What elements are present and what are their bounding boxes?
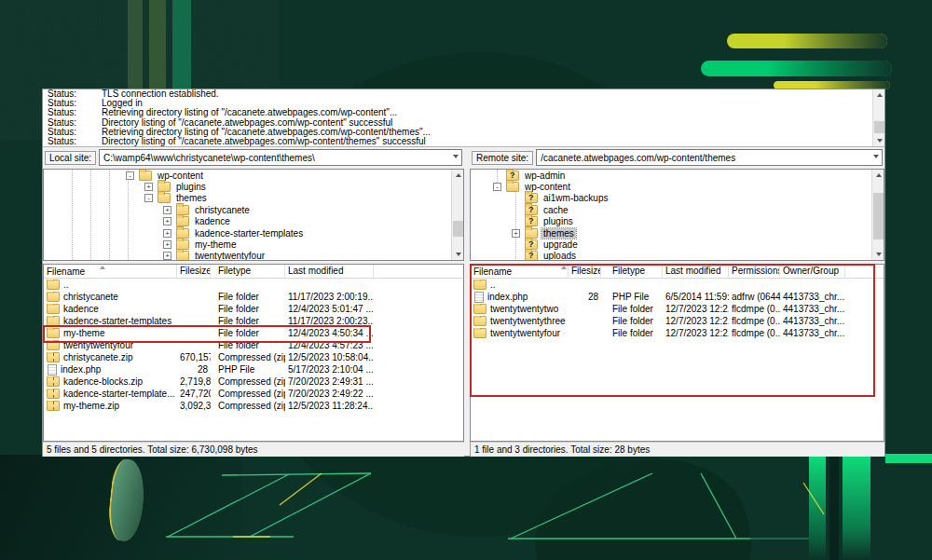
tree-row[interactable]: - wp-content — [44, 170, 463, 181]
local-tree-scrollbar[interactable] — [451, 170, 463, 260]
cell-filetype: Compressed (zipp... — [211, 401, 285, 411]
file-row[interactable]: kadence-blocks.zip 2,719,848 Compressed … — [44, 376, 463, 388]
expand-toggle[interactable] — [512, 252, 520, 260]
expand-toggle[interactable] — [512, 217, 520, 225]
file-icon — [47, 401, 60, 411]
tree-row[interactable]: - themes — [62, 193, 463, 204]
scrollbar-thumb[interactable] — [874, 121, 884, 133]
folder-icon — [525, 239, 538, 250]
folder-icon — [506, 171, 519, 181]
expand-toggle[interactable]: + — [163, 217, 171, 225]
local-status-bar: 5 files and 5 directories. Total size: 6… — [43, 442, 464, 457]
file-row[interactable]: .. — [44, 279, 463, 291]
remote-site-combo[interactable]: /cacanete.atwebpages.com/wp-content/them… — [536, 149, 883, 166]
scroll-up-icon[interactable] — [873, 89, 884, 101]
annotation-box-remote-file-list — [470, 264, 875, 397]
file-row[interactable]: my-theme.zip 3,092,345 Compressed (zipp.… — [44, 400, 463, 412]
tree-label: kadence-starter-templates — [193, 228, 305, 239]
local-list-header: Filename Filesize Filetype Last modified — [44, 265, 463, 279]
folder-icon — [525, 216, 538, 226]
expand-toggle[interactable] — [512, 240, 520, 249]
folder-icon — [525, 193, 538, 203]
file-icon — [47, 389, 60, 399]
column-header-filename[interactable]: Filename — [44, 265, 177, 278]
remote-tree-scrollbar[interactable] — [871, 170, 884, 260]
cell-filesize: 2,719,848 — [177, 376, 211, 387]
file-row[interactable]: index.php 28 PHP File 5/17/2023 2:10:04 … — [44, 363, 463, 376]
tree-row[interactable]: + plugins — [62, 181, 463, 192]
file-row[interactable]: christycanete File folder 11/17/2023 2:0… — [44, 291, 463, 303]
remote-tree-items: wp-admin - wp-content ai1wm-backups — [471, 170, 884, 261]
expand-toggle[interactable]: + — [163, 240, 171, 249]
tree-row[interactable]: plugins — [489, 216, 884, 227]
expand-toggle[interactable] — [512, 206, 520, 214]
cell-filename: christycanete.zip — [63, 352, 132, 362]
remote-site-label: Remote site: — [472, 151, 533, 165]
tree-row[interactable]: + twentytwentyfour — [81, 251, 463, 261]
background-grid-lines — [0, 457, 932, 560]
expand-toggle[interactable]: + — [163, 206, 171, 214]
tree-row[interactable]: cache — [489, 204, 884, 215]
file-row[interactable]: christycanete.zip 670,157 Compressed (zi… — [44, 351, 463, 363]
annotation-box-my-theme-row — [43, 325, 371, 343]
expand-toggle[interactable]: - — [126, 171, 134, 180]
chevron-down-icon[interactable] — [873, 155, 879, 158]
tree-row[interactable]: + kadence-starter-templates — [81, 227, 463, 239]
log-line: Status: TLS connection established. — [43, 89, 884, 99]
scroll-down-icon[interactable] — [873, 135, 884, 146]
tree-label: upgrade — [541, 239, 580, 250]
chevron-down-icon[interactable] — [453, 155, 459, 158]
cell-filesize: 28 — [177, 364, 211, 375]
column-header-last-modified[interactable]: Last modified — [285, 265, 374, 278]
cell-filetype: Compressed (zipp... — [211, 389, 285, 399]
file-icon — [47, 280, 60, 290]
column-header-filesize[interactable]: Filesize — [177, 265, 211, 278]
local-tree-items: - wp-content + plugins - — [44, 170, 463, 261]
folder-icon — [525, 228, 538, 239]
tree-row[interactable]: - wp-content — [471, 181, 884, 192]
local-site-path: C:\wamp64\www\christycanete\wp-content\t… — [103, 153, 315, 163]
expand-toggle[interactable]: - — [144, 194, 153, 202]
tree-row[interactable]: + themes — [489, 227, 884, 239]
cell-last-modified: 12/5/2023 11:28:24... — [285, 401, 374, 411]
scroll-down-icon[interactable] — [452, 249, 464, 260]
expand-toggle[interactable] — [493, 171, 501, 180]
log-status-label: Status: — [43, 137, 102, 146]
tree-row[interactable]: ai1wm-backups — [489, 193, 884, 204]
tree-row[interactable]: uploads — [489, 251, 884, 261]
tree-row[interactable]: + kadence — [81, 216, 463, 227]
background-stripe — [128, 0, 143, 89]
scroll-up-icon[interactable] — [452, 170, 464, 181]
scrollbar-thumb[interactable] — [873, 193, 884, 239]
tree-label: plugins — [541, 216, 575, 226]
expand-toggle[interactable]: + — [163, 252, 171, 260]
tree-row[interactable]: + my-theme — [81, 239, 463, 250]
local-site-bar: Local site: C:\wamp64\www\christycanete\… — [43, 148, 464, 167]
cell-filename: kadence-blocks.zip — [63, 376, 143, 387]
remote-status-bar: 1 file and 3 directories. Total size: 28… — [470, 442, 884, 457]
expand-toggle[interactable]: + — [144, 183, 153, 191]
cell-last-modified: 12/5/2023 10:58:04... — [285, 352, 374, 362]
tree-row[interactable]: + christycanete — [81, 204, 463, 215]
expand-toggle[interactable] — [512, 194, 520, 202]
folder-icon — [158, 182, 171, 192]
folder-icon — [525, 251, 538, 261]
expand-toggle[interactable]: + — [512, 229, 520, 238]
folder-icon — [158, 193, 171, 203]
tree-row[interactable]: wp-admin — [471, 170, 884, 181]
expand-toggle[interactable]: + — [163, 229, 171, 238]
log-scrollbar[interactable] — [872, 89, 884, 146]
file-row[interactable]: kadence File folder 12/4/2023 5:01:47 ..… — [44, 303, 463, 315]
scrollbar-thumb[interactable] — [453, 221, 463, 237]
file-icon — [47, 304, 60, 314]
scroll-up-icon[interactable] — [872, 170, 884, 181]
column-header-filetype[interactable]: Filetype — [211, 265, 285, 278]
expand-toggle[interactable]: - — [493, 183, 501, 191]
local-site-combo[interactable]: C:\wamp64\www\christycanete\wp-content\t… — [99, 149, 462, 166]
file-row[interactable]: kadence-starter-template... 247,720 Comp… — [44, 388, 463, 400]
tree-label: wp-content — [156, 171, 205, 181]
background-bar — [701, 61, 892, 76]
scroll-down-icon[interactable] — [872, 249, 884, 260]
tree-row[interactable]: upgrade — [489, 239, 884, 250]
tree-label: plugins — [174, 182, 208, 192]
